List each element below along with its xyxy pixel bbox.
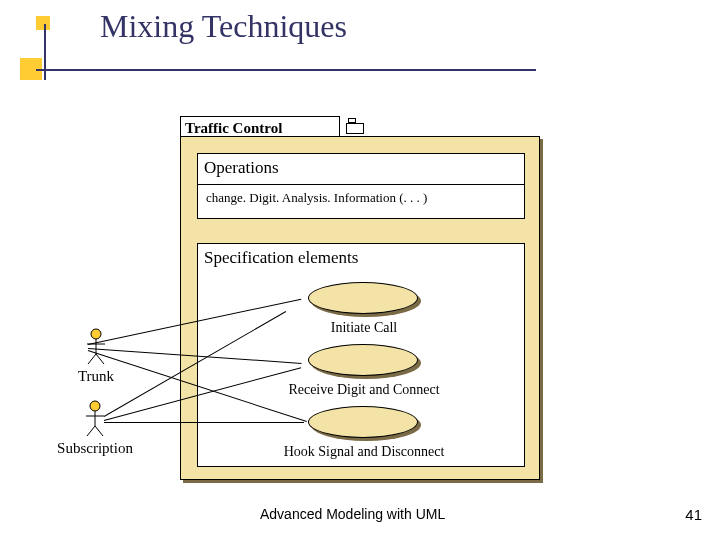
actor-subscription: Subscription <box>40 400 150 457</box>
package-title: Traffic Control <box>185 120 282 137</box>
svg-point-5 <box>90 401 100 411</box>
svg-line-9 <box>95 426 103 436</box>
actor-label: Trunk <box>56 368 136 385</box>
decor-line-v <box>44 24 46 80</box>
footer-text: Advanced Modeling with UML <box>260 506 445 522</box>
slide-title: Mixing Techniques <box>100 8 347 45</box>
usecase-label: Hook Signal and Disconnect <box>254 444 474 460</box>
actor-label: Subscription <box>40 440 150 457</box>
actor-icon <box>85 328 107 366</box>
usecase-label: Receive Digit and Connect <box>254 382 474 398</box>
svg-point-0 <box>91 329 101 339</box>
actor-icon <box>84 400 106 438</box>
decor-square <box>36 16 50 30</box>
svg-line-8 <box>87 426 95 436</box>
svg-line-3 <box>88 354 96 364</box>
usecase-label: Initiate Call <box>254 320 474 336</box>
section-operations: Operations change. Digit. Analysis. Info… <box>197 153 525 219</box>
specification-header: Specification elements <box>204 248 358 268</box>
section-specification: Specification elements Initiate Call Rec… <box>197 243 525 467</box>
decor-line-h <box>36 69 536 71</box>
operations-header: Operations <box>204 158 279 178</box>
operations-item: change. Digit. Analysis. Information (. … <box>206 190 427 206</box>
usecase-oval <box>308 344 418 376</box>
package-box: Operations change. Digit. Analysis. Info… <box>180 136 540 480</box>
usecase-oval <box>308 282 418 314</box>
package-icon <box>346 118 366 136</box>
connector <box>104 422 304 423</box>
usecase-oval <box>308 406 418 438</box>
page-number: 41 <box>685 506 702 523</box>
